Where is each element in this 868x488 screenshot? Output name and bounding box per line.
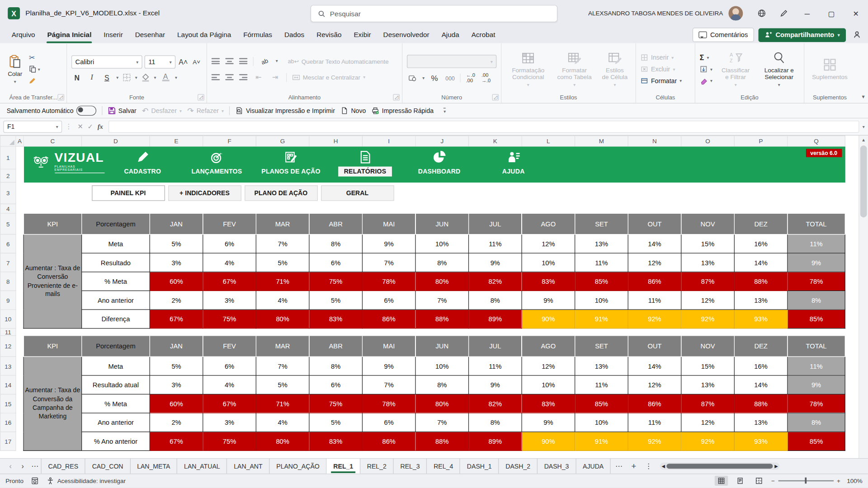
month-header-cell[interactable]: JAN bbox=[150, 336, 203, 357]
kpi-name-cell[interactable]: Aumentar : Taxa de Conversão da Campanha… bbox=[24, 357, 82, 450]
value-cell[interactable]: 8% bbox=[415, 375, 469, 394]
value-cell[interactable]: 92% bbox=[628, 432, 681, 451]
row-label-cell[interactable]: % Meta bbox=[82, 394, 150, 413]
grid-cell[interactable] bbox=[16, 310, 24, 328]
sheet-tab-rel-1[interactable]: REL_1 bbox=[327, 459, 360, 474]
value-cell[interactable]: 90% bbox=[522, 310, 575, 328]
value-cell[interactable]: 89% bbox=[469, 310, 522, 328]
total-cell[interactable]: 78% bbox=[788, 272, 845, 291]
value-cell[interactable]: 9% bbox=[362, 357, 415, 375]
value-cell[interactable]: 75% bbox=[309, 394, 363, 413]
grid-cell[interactable] bbox=[16, 169, 24, 182]
format-painter-button[interactable] bbox=[29, 76, 40, 85]
value-cell[interactable]: 14% bbox=[628, 357, 681, 375]
month-header-cell[interactable]: JUL bbox=[469, 213, 522, 235]
value-cell[interactable]: 2% bbox=[150, 413, 203, 432]
percent-header-cell[interactable]: Porcentagem bbox=[82, 336, 150, 357]
font-name-select[interactable]: Calibri▾ bbox=[71, 55, 142, 68]
value-cell[interactable]: 6% bbox=[203, 235, 256, 253]
grid-cell[interactable] bbox=[24, 328, 845, 336]
value-cell[interactable]: 86% bbox=[362, 432, 415, 451]
value-cell[interactable]: 87% bbox=[681, 394, 735, 413]
row-header-12[interactable]: 12 bbox=[0, 336, 16, 357]
name-box[interactable]: F1 ▾ bbox=[3, 121, 62, 133]
sheet-next-icon[interactable]: › bbox=[17, 462, 29, 470]
menu-tab-inserir[interactable]: Inserir bbox=[98, 27, 129, 43]
value-cell[interactable]: 12% bbox=[628, 253, 681, 272]
grid-cell[interactable] bbox=[16, 413, 24, 432]
fill-button[interactable]: ▾ bbox=[700, 65, 712, 74]
value-cell[interactable]: 12% bbox=[522, 235, 575, 253]
minimize-button[interactable]: ─ bbox=[795, 0, 819, 27]
copy-button[interactable]: ▾ bbox=[29, 65, 40, 74]
value-cell[interactable]: 9% bbox=[522, 413, 575, 432]
zoom-level[interactable]: 100% bbox=[846, 478, 863, 484]
value-cell[interactable]: 3% bbox=[150, 375, 203, 394]
sheet-list-right-icon[interactable]: ⋯ bbox=[611, 462, 627, 470]
accessibility-status[interactable]: Acessibilidade: investigar bbox=[47, 477, 126, 485]
value-cell[interactable]: 67% bbox=[203, 394, 256, 413]
value-cell[interactable]: 80% bbox=[256, 432, 309, 451]
value-cell[interactable]: 5% bbox=[309, 413, 363, 432]
autosum-button[interactable]: Σ▾ bbox=[700, 53, 712, 62]
banner-nav-relat-rios[interactable]: RELATÓRIOS bbox=[328, 148, 402, 182]
row-label-cell[interactable]: Meta bbox=[82, 357, 150, 375]
insert-cells-button[interactable]: Inserir▾ bbox=[641, 53, 682, 62]
grid-cell[interactable] bbox=[16, 357, 24, 375]
total-cell[interactable]: 85% bbox=[788, 310, 845, 328]
value-cell[interactable]: 82% bbox=[469, 272, 522, 291]
grid-cell[interactable] bbox=[24, 204, 845, 213]
month-header-cell[interactable]: AGO bbox=[522, 336, 575, 357]
grid-cell[interactable] bbox=[16, 213, 24, 235]
vertical-scrollbar[interactable]: ▲ bbox=[859, 136, 868, 458]
addins-button[interactable]: Suplementos bbox=[809, 56, 851, 82]
value-cell[interactable]: 75% bbox=[203, 432, 256, 451]
cancel-entry-icon[interactable]: ✕ bbox=[77, 123, 83, 131]
month-header-cell[interactable]: MAI bbox=[362, 213, 415, 235]
value-cell[interactable]: 7% bbox=[415, 413, 469, 432]
grid-cell[interactable] bbox=[16, 253, 24, 272]
align-top-icon[interactable] bbox=[212, 58, 220, 64]
insert-function-button[interactable]: fx bbox=[98, 122, 103, 131]
borders-icon[interactable] bbox=[123, 73, 132, 82]
increase-indent-icon[interactable]: ⇥ bbox=[269, 72, 280, 83]
scroll-left-icon[interactable]: ◀ bbox=[662, 464, 665, 469]
align-left-icon[interactable] bbox=[212, 74, 220, 80]
value-cell[interactable]: 7% bbox=[415, 291, 469, 310]
value-cell[interactable]: 14% bbox=[734, 253, 788, 272]
column-header-m[interactable]: M bbox=[575, 136, 628, 146]
clear-button[interactable]: ▾ bbox=[700, 76, 712, 85]
menu-tab-arquivo[interactable]: Arquivo bbox=[5, 27, 41, 43]
total-cell[interactable]: 11% bbox=[788, 357, 845, 375]
kpi-name-cell[interactable]: Aumentar : Taxa de Conversão Proveniente… bbox=[24, 235, 82, 328]
banner-nav-lan-amentos[interactable]: LANÇAMENTOS bbox=[179, 148, 254, 182]
row-header-8[interactable]: 8 bbox=[0, 272, 16, 291]
value-cell[interactable]: 5% bbox=[256, 375, 309, 394]
sheet-tab-cad-con[interactable]: CAD_CON bbox=[85, 459, 130, 474]
sheet-prev-icon[interactable]: ‹ bbox=[5, 462, 17, 470]
value-cell[interactable]: 11% bbox=[469, 235, 522, 253]
presenter-globe-icon[interactable] bbox=[750, 0, 773, 27]
zoom-handle[interactable] bbox=[805, 478, 807, 483]
month-header-cell[interactable]: FEV bbox=[203, 336, 256, 357]
value-cell[interactable]: 10% bbox=[522, 375, 575, 394]
month-header-cell[interactable]: JUN bbox=[415, 336, 469, 357]
value-cell[interactable]: 5% bbox=[150, 357, 203, 375]
grid-cell[interactable] bbox=[16, 336, 24, 357]
sheet-tab-rel-4[interactable]: REL_4 bbox=[427, 459, 460, 474]
column-header-f[interactable]: F bbox=[203, 136, 256, 146]
value-cell[interactable]: 8% bbox=[415, 253, 469, 272]
decrease-font-icon[interactable]: A˅ bbox=[191, 56, 202, 67]
align-center-icon[interactable] bbox=[225, 74, 233, 80]
sheet-tab-rel-3[interactable]: REL_3 bbox=[394, 459, 427, 474]
row-header-16[interactable]: 16 bbox=[0, 413, 16, 432]
month-header-cell[interactable]: FEV bbox=[203, 213, 256, 235]
sort-filter-button[interactable]: AZ Classificar e Filtrar▾ bbox=[718, 50, 753, 89]
value-cell[interactable]: 15% bbox=[681, 357, 735, 375]
value-cell[interactable]: 67% bbox=[203, 272, 256, 291]
value-cell[interactable]: 16% bbox=[734, 235, 788, 253]
sheet-tab-dash-1[interactable]: DASH_1 bbox=[460, 459, 499, 474]
subtab-plano-de-a-o[interactable]: PLANO DE AÇÃO bbox=[245, 185, 318, 201]
value-cell[interactable]: 60% bbox=[150, 394, 203, 413]
format-as-table-button[interactable]: Formatar como Tabela▾ bbox=[554, 50, 595, 89]
